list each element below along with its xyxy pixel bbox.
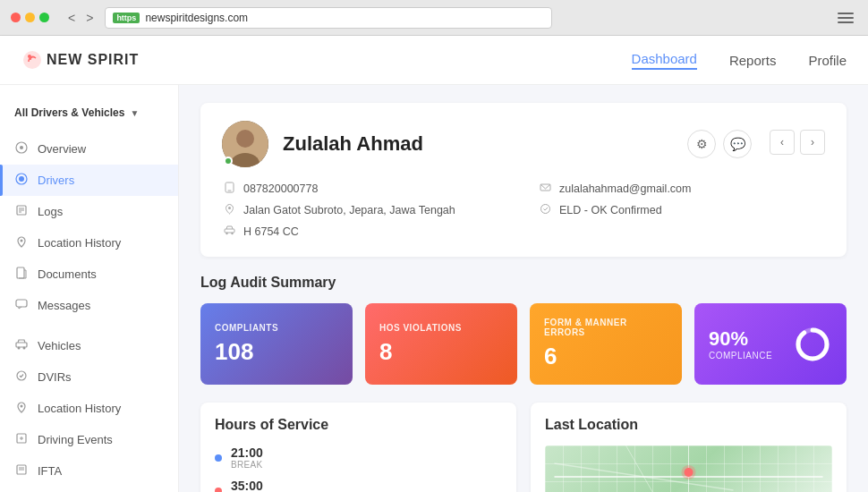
message-button[interactable]: 💬 xyxy=(723,130,752,158)
donut-chart xyxy=(793,325,832,364)
nav-reports[interactable]: Reports xyxy=(729,53,777,68)
menu-icon[interactable] xyxy=(834,9,857,27)
address-bar[interactable]: https newspiritdesigns.com xyxy=(105,7,552,29)
location2-icon xyxy=(14,401,29,416)
main-area: All Drivers & Vehicles ▼ Overview Driver… xyxy=(0,85,868,492)
sidebar-label-vehicles: Vehicles xyxy=(38,339,81,352)
driver-card: Zulalah Ahmad ⚙ 💬 ‹ › xyxy=(200,103,847,257)
driving-events-icon xyxy=(14,432,29,447)
sidebar-item-drivers[interactable]: Drivers xyxy=(0,165,178,196)
logo-icon xyxy=(21,49,43,71)
prev-driver-button[interactable]: ‹ xyxy=(770,130,795,155)
driver-actions: ⚙ 💬 ‹ › xyxy=(687,130,825,158)
nav-profile[interactable]: Profile xyxy=(808,53,847,68)
svg-point-34 xyxy=(231,233,233,234)
hos-item-drive: 35:00 DRIVE xyxy=(215,479,502,492)
break-time: 21:00 xyxy=(231,445,263,460)
hos-items: 21:00 BREAK 35:00 DRIVE xyxy=(215,445,502,492)
svg-point-1 xyxy=(28,55,31,58)
vehicles-icon xyxy=(14,338,29,353)
sidebar-label-ifta: IFTA xyxy=(38,464,62,478)
svg-rect-11 xyxy=(17,267,24,278)
compliance-label: COMPLIANCE xyxy=(709,351,772,361)
vehicle-icon xyxy=(222,225,236,239)
form-value: 6 xyxy=(544,343,668,370)
driver-vehicle-item: H 6754 CC xyxy=(222,225,509,239)
hos-card: Hours of Service 21:00 BREAK xyxy=(200,403,516,492)
svg-line-40 xyxy=(626,445,662,492)
sidebar-item-location2[interactable]: Location History xyxy=(0,393,178,424)
next-driver-button[interactable]: › xyxy=(800,130,825,155)
nav-arrows: ‹ › xyxy=(770,130,825,158)
dot-red xyxy=(11,13,21,22)
driver-phone-item: 087820000778 xyxy=(222,182,509,196)
sidebar-filter-label: All Drivers & Vehicles xyxy=(14,106,124,119)
messages-icon xyxy=(14,298,29,313)
dvirs-icon xyxy=(14,369,29,385)
hos-title: Hours of Service xyxy=(215,417,502,433)
forward-button[interactable]: > xyxy=(81,9,98,27)
svg-point-5 xyxy=(19,176,24,182)
drivers-icon xyxy=(14,173,29,188)
logo-text: NEW SPIRIT xyxy=(47,52,139,68)
map-svg xyxy=(545,445,832,492)
driver-phone: 087820000778 xyxy=(243,182,318,195)
sidebar: All Drivers & Vehicles ▼ Overview Driver… xyxy=(0,85,179,492)
documents-icon xyxy=(14,267,29,282)
browser-dots xyxy=(11,13,49,22)
https-badge: https xyxy=(113,13,140,23)
browser-chrome: < > https newspiritdesigns.com xyxy=(0,0,868,36)
map-placeholder xyxy=(545,445,832,492)
location-icon xyxy=(14,235,29,250)
sidebar-label-logs: Logs xyxy=(38,205,63,218)
driver-details: 087820000778 zulalahahmad@gmail.com Jala… xyxy=(222,182,825,239)
svg-point-30 xyxy=(228,207,231,209)
driver-vehicle: H 6754 CC xyxy=(243,225,299,238)
svg-point-15 xyxy=(23,347,26,350)
svg-point-14 xyxy=(18,347,21,350)
ifta-icon xyxy=(14,463,29,479)
audit-card-hos: HOS VIOLATIONS 8 xyxy=(365,303,517,385)
sidebar-label-location2: Location History xyxy=(38,402,121,415)
sidebar-label-dvirs: DVIRs xyxy=(38,370,72,384)
sidebar-item-ifta[interactable]: IFTA xyxy=(0,455,178,487)
nav-dashboard[interactable]: Dashboard xyxy=(632,51,697,70)
last-location-card: Last Location xyxy=(531,403,847,492)
sidebar-label-driving-events: Driving Events xyxy=(38,433,113,446)
app: NEW SPIRIT Dashboard Reports Profile All… xyxy=(0,36,868,492)
sidebar-item-driving-events[interactable]: Driving Events xyxy=(0,424,178,455)
sidebar-filter[interactable]: All Drivers & Vehicles ▼ xyxy=(0,99,178,126)
hos-label: HOS VIOLATIONS xyxy=(379,323,503,333)
browser-nav: < > xyxy=(64,9,98,27)
svg-point-36 xyxy=(798,330,827,359)
sidebar-item-dvirs[interactable]: DVIRs xyxy=(0,361,178,393)
driver-address: Jalan Gatot Subroto, Jepara, Jawa Tengah xyxy=(243,204,455,216)
hos-value: 8 xyxy=(379,338,503,366)
sidebar-label-messages: Messages xyxy=(38,299,90,312)
audit-cards: COMPLIANTS 108 HOS VIOLATIONS 8 FORM & M… xyxy=(200,303,847,385)
logs-icon xyxy=(14,204,29,219)
status-dot xyxy=(224,157,233,165)
back-button[interactable]: < xyxy=(64,9,80,27)
sidebar-item-messages[interactable]: Messages xyxy=(0,290,178,321)
sidebar-item-vehicles[interactable]: Vehicles xyxy=(0,330,178,361)
driver-eld: ELD - OK Confirmed xyxy=(559,204,662,216)
drive-dot xyxy=(215,488,222,493)
sidebar-label-drivers: Drivers xyxy=(38,174,74,187)
sidebar-item-documents[interactable]: Documents xyxy=(0,259,178,290)
logo: NEW SPIRIT xyxy=(21,49,139,71)
top-nav: NEW SPIRIT Dashboard Reports Profile xyxy=(0,36,868,85)
driver-email: zulalahahmad@gmail.com xyxy=(559,182,691,195)
compliants-value: 108 xyxy=(215,338,338,366)
driver-eld-item: ELD - OK Confirmed xyxy=(538,203,825,217)
drive-info: 35:00 DRIVE xyxy=(231,479,263,492)
break-info: 21:00 BREAK xyxy=(231,445,263,470)
drive-time: 35:00 xyxy=(231,479,263,492)
audit-card-compliance: 90% COMPLIANCE xyxy=(694,303,847,385)
driver-email-item: zulalahahmad@gmail.com xyxy=(538,182,825,196)
driver-address-item: Jalan Gatot Subroto, Jepara, Jawa Tengah xyxy=(222,203,509,217)
sidebar-item-overview[interactable]: Overview xyxy=(0,133,178,165)
sidebar-item-location[interactable]: Location History xyxy=(0,227,178,259)
settings-button[interactable]: ⚙ xyxy=(687,130,716,158)
sidebar-item-logs[interactable]: Logs xyxy=(0,196,178,227)
